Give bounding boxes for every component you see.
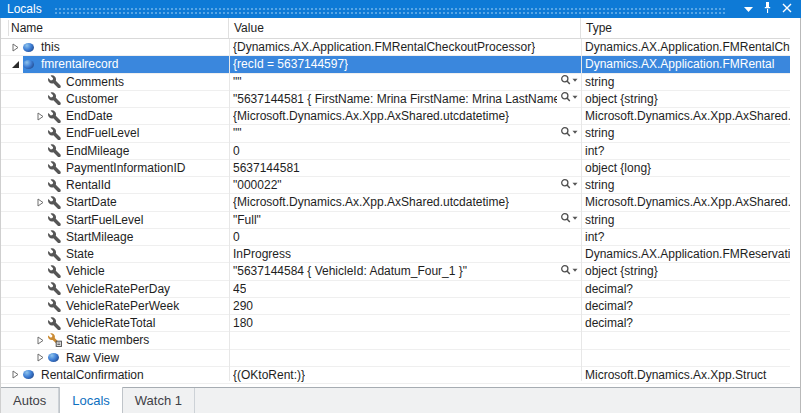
value-cell[interactable]: 45 <box>229 281 581 297</box>
table-row[interactable]: RentalId"000022"string <box>1 177 790 194</box>
text-visualizer-button[interactable] <box>557 91 578 107</box>
variable-name: VehicleRatePerDay <box>66 282 170 296</box>
table-row[interactable]: Static members <box>1 332 790 349</box>
type-cell: int? <box>581 143 790 159</box>
value-cell[interactable]: 180 <box>229 315 581 331</box>
value-cell[interactable] <box>229 350 581 366</box>
expand-arrow-icon[interactable] <box>7 43 23 52</box>
variable-name: Static members <box>66 333 149 347</box>
table-row[interactable]: VehicleRatePerDay45decimal? <box>1 281 790 298</box>
value-cell[interactable]: {Microsoft.Dynamics.Ax.Xpp.AxShared.utcd… <box>229 108 581 124</box>
type-cell: object {string} <box>581 263 790 279</box>
text-visualizer-button[interactable] <box>557 177 578 193</box>
variable-name: State <box>66 247 94 261</box>
text-visualizer-button[interactable] <box>557 125 578 141</box>
value-cell[interactable]: 290 <box>229 298 581 314</box>
table-row[interactable]: RentalConfirmation{(OKtoRent:)}Microsoft… <box>1 367 790 384</box>
column-separator[interactable] <box>581 39 582 381</box>
value-cell[interactable]: {Dynamics.AX.Application.FMRentalCheckou… <box>229 39 581 55</box>
value-cell[interactable]: 0 <box>229 143 581 159</box>
tab-locals[interactable]: Locals <box>59 387 123 413</box>
object-icon <box>23 370 38 379</box>
table-row[interactable]: StartFuelLevel"Full"string <box>1 212 790 229</box>
value-cell[interactable]: {(OKtoRent:)} <box>229 367 581 383</box>
variable-value: "000022" <box>233 178 282 192</box>
name-cell: EndMileage <box>1 143 229 159</box>
variable-name: Raw View <box>66 351 119 365</box>
table-row[interactable]: VehicleRateTotal180decimal? <box>1 315 790 332</box>
table-row[interactable]: Customer"5637144581 { FirstName: Mrina F… <box>1 91 790 108</box>
table-row[interactable]: Comments""string <box>1 74 790 91</box>
magnifier-icon <box>560 126 578 141</box>
column-header-name[interactable]: Name <box>1 18 229 38</box>
name-cell: VehicleRateTotal <box>1 315 229 331</box>
locals-rows: this{Dynamics.AX.Application.FMRentalChe… <box>1 39 790 384</box>
value-cell[interactable]: "000022" <box>229 177 581 193</box>
name-cell: RentalConfirmation <box>1 367 229 383</box>
type-cell: decimal? <box>581 281 790 297</box>
variable-value: "" <box>233 126 242 140</box>
table-row[interactable]: EndFuelLevel""string <box>1 125 790 142</box>
window-title: Locals <box>7 0 42 18</box>
wrench-icon <box>48 248 63 261</box>
value-cell[interactable]: {recId = 5637144597} <box>229 56 581 72</box>
variable-value: 5637144581 <box>233 161 300 175</box>
type-cell: Dynamics.AX.Application.FMRental <box>581 56 790 72</box>
window-titlebar[interactable]: Locals <box>0 0 801 18</box>
collapse-arrow-icon[interactable] <box>7 60 23 69</box>
variable-name: EndFuelLevel <box>66 126 139 140</box>
table-row[interactable]: fmrentalrecord{recId = 5637144597}Dynami… <box>1 56 790 73</box>
table-row[interactable]: EndDate{Microsoft.Dynamics.Ax.Xpp.AxShar… <box>1 108 790 125</box>
object-icon <box>23 43 38 52</box>
table-row[interactable]: Raw View <box>1 350 790 367</box>
wrench-icon <box>48 75 63 88</box>
variable-value: {Microsoft.Dynamics.Ax.Xpp.AxShared.utcd… <box>233 195 509 209</box>
value-cell[interactable]: "" <box>229 74 581 90</box>
name-cell: RentalId <box>1 177 229 193</box>
expand-arrow-icon[interactable] <box>32 112 48 121</box>
titlebar-grip-dots <box>54 6 727 15</box>
table-row[interactable]: StartMileage0int? <box>1 229 790 246</box>
close-button[interactable] <box>777 1 796 17</box>
expand-arrow-icon[interactable] <box>32 353 48 362</box>
column-header-value[interactable]: Value <box>229 18 581 38</box>
name-cell: Static members <box>1 332 229 348</box>
variable-value: "Full" <box>233 213 261 227</box>
column-separator[interactable] <box>229 39 230 381</box>
value-cell[interactable]: "5637144584 { VehicleId: Adatum_Four_1 }… <box>229 263 581 279</box>
column-header-type[interactable]: Type <box>581 18 790 38</box>
type-cell: string <box>581 74 790 90</box>
variable-name: Customer <box>66 92 118 106</box>
table-row[interactable]: this{Dynamics.AX.Application.FMRentalChe… <box>1 39 790 56</box>
pin-button[interactable] <box>758 1 777 17</box>
table-row[interactable]: Vehicle"5637144584 { VehicleId: Adatum_F… <box>1 263 790 280</box>
name-cell: Customer <box>1 91 229 107</box>
type-cell: object {long} <box>581 160 790 176</box>
value-cell[interactable]: {Microsoft.Dynamics.Ax.Xpp.AxShared.utcd… <box>229 194 581 210</box>
expand-arrow-icon[interactable] <box>32 198 48 207</box>
text-visualizer-button[interactable] <box>557 263 578 279</box>
table-row[interactable]: StartDate{Microsoft.Dynamics.Ax.Xpp.AxSh… <box>1 194 790 211</box>
table-row[interactable]: StateInProgressDynamics.AX.Application.F… <box>1 246 790 263</box>
table-row[interactable]: EndMileage0int? <box>1 143 790 160</box>
value-cell[interactable]: "" <box>229 125 581 141</box>
value-cell[interactable] <box>229 332 581 348</box>
text-visualizer-button[interactable] <box>557 74 578 90</box>
tab-autos[interactable]: Autos <box>1 388 59 413</box>
table-row[interactable]: PaymentInformationID5637144581object {lo… <box>1 160 790 177</box>
table-row[interactable]: VehicleRatePerWeek290decimal? <box>1 298 790 315</box>
name-cell: Vehicle <box>1 263 229 279</box>
value-cell[interactable]: "Full" <box>229 212 581 228</box>
expand-arrow-icon[interactable] <box>7 370 23 379</box>
name-cell: Comments <box>1 74 229 90</box>
text-visualizer-button[interactable] <box>557 212 578 228</box>
locals-panel-body: Name Value Type this{Dynamics.AX.Applica… <box>0 18 801 413</box>
value-cell[interactable]: 5637144581 <box>229 160 581 176</box>
value-cell[interactable]: "5637144581 { FirstName: Mrina FirstName… <box>229 91 581 107</box>
value-cell[interactable]: InProgress <box>229 246 581 262</box>
variable-value: {Dynamics.AX.Application.FMRentalCheckou… <box>233 40 535 54</box>
value-cell[interactable]: 0 <box>229 229 581 245</box>
window-position-button[interactable] <box>739 1 758 17</box>
tab-watch1[interactable]: Watch 1 <box>123 388 195 413</box>
expand-arrow-icon[interactable] <box>32 336 48 345</box>
